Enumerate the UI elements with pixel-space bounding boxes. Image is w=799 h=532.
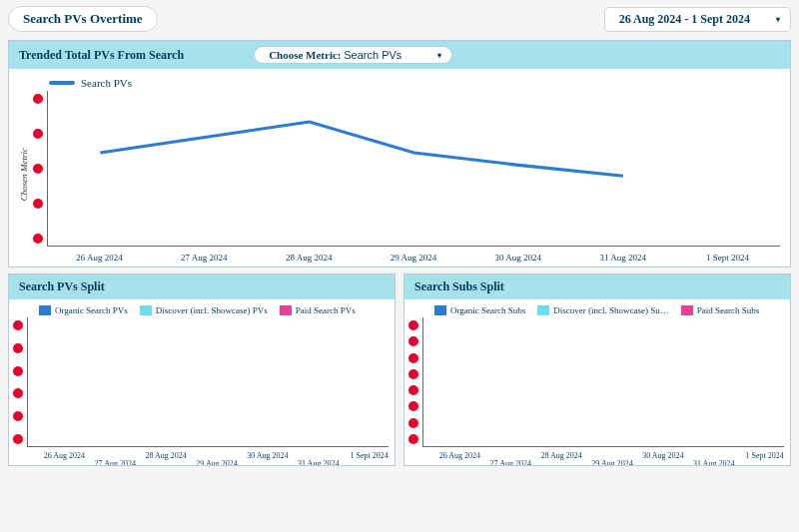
panel-title: Trended Total PVs From Search (19, 48, 184, 63)
y-axis-label: Chosen Metric (19, 148, 29, 201)
x-tick-label: 26 Aug 2024 (434, 451, 485, 465)
x-tick-label: 31 Aug 2024 (293, 459, 344, 466)
legend-label: Discover (incl. Showcase) PVs (156, 305, 268, 315)
page-title: Search PVs Overtime (8, 6, 158, 32)
legend-label: Organic Search Subs (450, 305, 525, 315)
y-tick-dot (33, 129, 43, 139)
y-tick-dot (408, 353, 418, 363)
metric-picker[interactable]: Choose Metric: Search PVs ▾ (254, 46, 452, 64)
legend-swatch-magenta (681, 305, 693, 315)
panel-header: Search PVs Split (9, 274, 395, 299)
y-tick-dot (13, 343, 23, 353)
x-tick-label: 30 Aug 2024 (465, 253, 570, 263)
legend-label: Search PVs (81, 77, 132, 89)
y-tick-dot (13, 411, 23, 421)
legend-swatch-blue (434, 305, 446, 315)
line-chart (47, 91, 780, 247)
panel-search-pvs-split: Search PVs Split Organic Search PVs Disc… (8, 273, 396, 466)
x-tick-label: 1 Sept 2024 (344, 451, 395, 465)
legend: Organic Search Subs Discover (incl. Show… (404, 299, 790, 317)
panel-title: Search PVs Split (19, 279, 105, 294)
legend: Search PVs (49, 77, 780, 89)
x-tick-label: 30 Aug 2024 (637, 451, 688, 465)
x-tick-label: 31 Aug 2024 (570, 253, 675, 263)
x-tick-label: 28 Aug 2024 (257, 253, 362, 263)
x-tick-label: 27 Aug 2024 (485, 459, 536, 466)
panel-header: Trended Total PVs From Search Choose Met… (9, 41, 790, 69)
stacked-bar-chart (27, 317, 389, 447)
y-tick-dot (33, 164, 43, 174)
y-axis-ticks (33, 91, 43, 259)
y-tick-dot (408, 320, 418, 330)
x-tick-label: 1 Sept 2024 (739, 451, 790, 465)
legend-label: Organic Search PVs (55, 305, 128, 315)
x-tick-label: 29 Aug 2024 (362, 253, 466, 263)
x-tick-label: 30 Aug 2024 (242, 451, 293, 465)
y-axis-ticks (13, 317, 23, 465)
metric-picker-value: Search PVs (344, 49, 401, 61)
y-tick-dot (408, 418, 418, 428)
stacked-bar-chart (422, 317, 784, 447)
chevron-down-icon: ▾ (437, 51, 441, 60)
x-axis-ticks: 26 Aug 202427 Aug 202428 Aug 202429 Aug … (418, 451, 790, 465)
chevron-down-icon: ▾ (776, 15, 780, 24)
legend-label: Paid Search Subs (697, 305, 760, 315)
legend-label: Discover (incl. Showcase) Su… (553, 305, 668, 315)
y-tick-dot (13, 434, 23, 444)
x-tick-label: 28 Aug 2024 (141, 451, 192, 465)
x-tick-label: 27 Aug 2024 (152, 253, 257, 263)
y-tick-dot (408, 385, 418, 395)
legend-label: Paid Search PVs (296, 305, 356, 315)
x-tick-label: 28 Aug 2024 (536, 451, 587, 465)
legend-swatch-blue (39, 305, 51, 315)
x-tick-label: 29 Aug 2024 (192, 459, 243, 466)
x-tick-label: 26 Aug 2024 (39, 451, 90, 465)
x-tick-label: 31 Aug 2024 (688, 459, 739, 466)
y-tick-dot (13, 320, 23, 330)
y-tick-dot (408, 336, 418, 346)
y-tick-dot (13, 366, 23, 376)
y-tick-dot (408, 401, 418, 411)
legend-swatch-magenta (280, 305, 292, 315)
panel-trended-total-pvs: Trended Total PVs From Search Choose Met… (8, 40, 791, 267)
legend: Organic Search PVs Discover (incl. Showc… (9, 299, 395, 317)
legend-swatch-blue (49, 81, 75, 85)
x-tick-label: 26 Aug 2024 (47, 253, 152, 263)
date-range-label: 26 Aug 2024 - 1 Sept 2024 (619, 12, 750, 26)
y-axis-ticks (408, 317, 418, 465)
x-tick-label: 29 Aug 2024 (587, 459, 638, 466)
date-range-picker[interactable]: 26 Aug 2024 - 1 Sept 2024 ▾ (604, 7, 791, 32)
panel-title: Search Subs Split (414, 279, 504, 294)
y-tick-dot (33, 94, 43, 104)
y-tick-dot (33, 199, 43, 209)
y-tick-dot (408, 369, 418, 379)
metric-picker-label: Choose Metric: (269, 49, 341, 61)
panel-search-subs-split: Search Subs Split Organic Search Subs Di… (403, 273, 791, 466)
panel-header: Search Subs Split (404, 274, 790, 299)
legend-swatch-cyan (537, 305, 549, 315)
y-tick-dot (33, 234, 43, 244)
y-tick-dot (13, 388, 23, 398)
x-tick-label: 27 Aug 2024 (90, 459, 141, 466)
x-tick-label: 1 Sept 2024 (675, 253, 780, 263)
legend-swatch-cyan (140, 305, 152, 315)
y-tick-dot (408, 434, 418, 444)
x-axis-ticks: 26 Aug 202427 Aug 202428 Aug 202429 Aug … (47, 253, 780, 263)
x-axis-ticks: 26 Aug 202427 Aug 202428 Aug 202429 Aug … (23, 451, 395, 465)
